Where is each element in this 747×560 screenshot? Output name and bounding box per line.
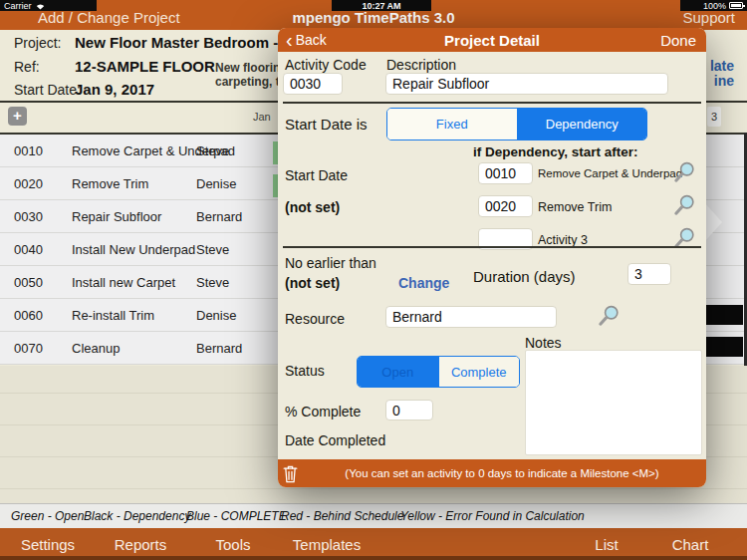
start-date-value: Jan 9, 2017	[75, 81, 154, 98]
gantt-bar-black	[704, 305, 743, 325]
modal-divider-2	[283, 246, 701, 248]
gantt-bar-black	[704, 337, 743, 357]
activity-code: 0060	[14, 308, 43, 323]
duration-input[interactable]	[627, 263, 671, 285]
activity-code-input[interactable]	[283, 73, 343, 95]
activity-code: 0070	[14, 341, 43, 356]
ref-label: Ref:	[14, 59, 40, 75]
modal-divider-1	[283, 102, 701, 104]
legend-item-green: Green - Open	[11, 509, 84, 523]
ref-value: 12-SAMPLE FLOOR	[75, 58, 215, 75]
legend-item-black: Black - Dependency	[84, 509, 190, 523]
search-icon[interactable]	[672, 193, 696, 217]
milestone-hint: (You can set an activity to 0 days to in…	[298, 467, 706, 479]
app-screen: Carrier 10:27 AM 100% Add / Change Proje…	[0, 0, 747, 560]
top-nav-bar: Carrier 10:27 AM 100% Add / Change Proje…	[0, 0, 747, 30]
activity-code: 0010	[14, 143, 43, 158]
search-icon[interactable]	[672, 160, 696, 184]
activity-name: Install New Underpad	[72, 242, 195, 257]
start-date-label: Start Date:	[14, 82, 81, 98]
status-label: Status	[285, 363, 325, 379]
segment-complete[interactable]: Complete	[439, 357, 520, 387]
activity-code: 0020	[14, 176, 43, 191]
activity-resource: Denise	[196, 176, 236, 191]
modal-start-date-label: Start Date	[285, 167, 348, 183]
legend-item-blue: Blue - COMPLETE	[186, 509, 287, 523]
notes-textarea[interactable]	[525, 350, 702, 455]
clipped-right-button-line2[interactable]: ine	[702, 73, 734, 89]
scroll-right-arrow-icon[interactable]	[704, 202, 722, 242]
project-label: Project:	[14, 35, 61, 51]
percent-complete-input[interactable]	[385, 400, 433, 420]
activity-name: Remove Trim	[72, 176, 148, 191]
legend-item-red: Red - Behind Schedule	[281, 509, 403, 523]
activity-resource: Steve	[196, 242, 229, 257]
start-date-is-label: Start Date is	[285, 116, 368, 133]
project-detail-modal: ‹ Back Project Detail Done Activity Code…	[278, 28, 706, 487]
clipped-right-button-line1[interactable]: late	[702, 58, 734, 74]
activity-resource: Bernard	[196, 341, 242, 356]
date-header-fragment-left: Jan	[253, 111, 271, 123]
toolbar-tools-button[interactable]: Tools	[215, 536, 250, 553]
back-chevron-icon: ‹	[286, 31, 293, 49]
trash-icon[interactable]	[283, 464, 298, 483]
activity-code: 0040	[14, 242, 43, 257]
modal-footer: (You can set an activity to 0 days to in…	[278, 459, 706, 487]
back-button[interactable]: ‹ Back	[286, 31, 327, 49]
done-button[interactable]: Done	[660, 32, 696, 49]
project-note-line2: carpeting, t	[215, 75, 280, 89]
date-header-fragment-right: 3	[707, 107, 721, 127]
legend-item-yellow: Yellow - Error Found in Calculation	[400, 509, 585, 523]
duration-label: Duration (days)	[473, 268, 576, 285]
project-note-line1: New flooring	[215, 61, 288, 75]
activity-resource: Steve	[196, 275, 229, 290]
bottom-toolbar: Settings Reports Tools Templates List Ch…	[0, 528, 747, 560]
status-segmented-control: Open Complete	[357, 356, 520, 388]
resource-label: Resource	[285, 311, 345, 327]
resource-input[interactable]	[385, 306, 557, 328]
segment-dependency[interactable]: Dependency	[518, 109, 647, 140]
app-title: mpengo TimePaths 3.0	[292, 9, 454, 26]
dependency-code-input-2[interactable]	[478, 195, 533, 217]
activity-code: 0050	[14, 275, 43, 290]
toolbar-settings-button[interactable]: Settings	[21, 536, 75, 553]
notes-label: Notes	[525, 335, 562, 351]
no-earlier-not-set: (not set)	[285, 275, 340, 291]
activity-name: Install new Carpet	[72, 275, 175, 290]
activity-code-label: Activity Code	[285, 57, 367, 73]
description-input[interactable]	[385, 73, 668, 95]
back-button-label: Back	[296, 32, 327, 48]
dependency-code-input-1[interactable]	[478, 162, 533, 184]
activity-resource: Denise	[196, 308, 236, 323]
toolbar-templates-button[interactable]: Templates	[293, 536, 361, 553]
add-activity-button[interactable]: +	[8, 107, 27, 126]
dependency-header: if Dependency, start after:	[473, 144, 638, 159]
dependency-name-3: Activity 3	[538, 233, 588, 247]
change-button[interactable]: Change	[398, 275, 449, 291]
add-change-project-button[interactable]: Add / Change Project	[38, 9, 180, 26]
modal-title: Project Detail	[444, 32, 540, 49]
modal-header: ‹ Back Project Detail Done	[278, 28, 706, 52]
date-completed-label: Date Completed	[285, 432, 385, 448]
dependency-name-2: Remove Trim	[538, 200, 612, 214]
activity-resource: Steve	[196, 143, 229, 158]
start-type-segmented-control: Fixed Dependency	[386, 108, 647, 140]
segment-fixed[interactable]: Fixed	[387, 109, 518, 140]
support-button[interactable]: Support	[682, 9, 735, 26]
dependency-name-1: Remove Carpet & Underpad	[538, 167, 682, 179]
status-legend: Green - Open Black - Dependency Blue - C…	[0, 503, 747, 528]
toolbar-chart-button[interactable]: Chart	[672, 536, 709, 553]
toolbar-list-button[interactable]: List	[595, 536, 618, 553]
toolbar-reports-button[interactable]: Reports	[115, 536, 167, 553]
search-icon[interactable]	[597, 304, 621, 328]
no-earlier-label: No earlier than	[285, 255, 376, 271]
activity-name: Re-install Trim	[72, 308, 154, 323]
start-date-not-set: (not set)	[285, 199, 340, 215]
percent-complete-label: % Complete	[285, 404, 361, 420]
battery-icon	[729, 2, 743, 9]
activity-name: Repair Subfloor	[72, 209, 161, 224]
segment-open[interactable]: Open	[358, 357, 439, 387]
description-label: Description	[386, 57, 456, 73]
carrier-label: Carrier	[4, 1, 32, 11]
activity-name: Cleanup	[72, 341, 120, 356]
